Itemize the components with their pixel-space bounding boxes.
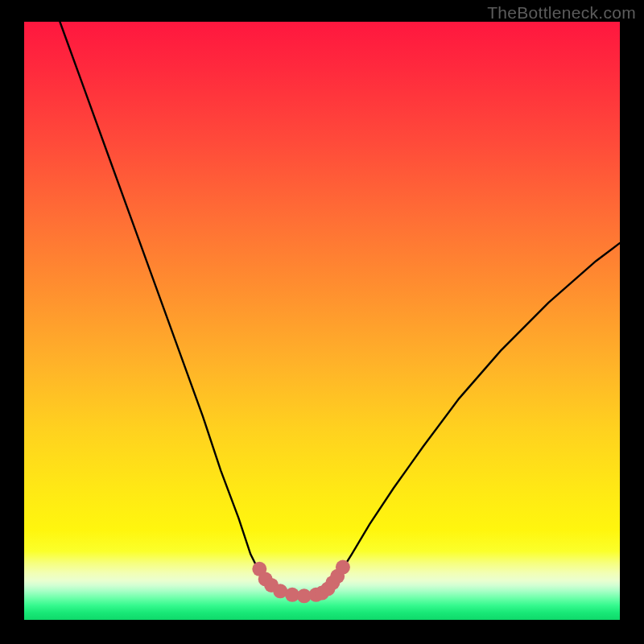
watermark-label: TheBottleneck.com <box>487 3 636 23</box>
bottleneck-curve <box>60 22 620 596</box>
curve-layer <box>24 22 620 620</box>
trough-markers <box>252 560 350 604</box>
chart-frame: TheBottleneck.com <box>0 0 644 644</box>
trough-marker <box>336 560 350 575</box>
plot-area <box>24 22 620 620</box>
